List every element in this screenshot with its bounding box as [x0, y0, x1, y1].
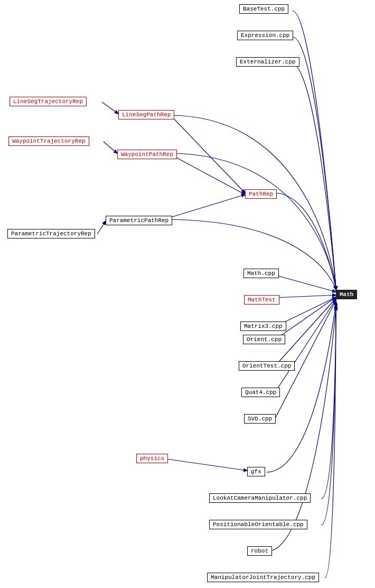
node-mathcpp: Math.cpp [243, 269, 279, 278]
node-mathtest: MathTest [244, 295, 279, 305]
node-parametricpathrep: ParametricPathRep [106, 216, 172, 225]
node-math: Math [336, 290, 357, 299]
node-matrix3: Matrix3.cpp [240, 321, 286, 331]
node-physics: physics [136, 454, 168, 463]
arrows-svg [0, 0, 375, 588]
node-linesegtrajectoryrep: LineSegTrajectoryRep [10, 97, 87, 106]
node-positionableorientable: PositionableOrientable.cpp [209, 520, 307, 529]
node-externalizer: Externalizer.cpp [236, 57, 299, 67]
node-basetest: BaseTest.cpp [239, 4, 288, 14]
node-orienttest: OrientTest.cpp [239, 361, 295, 371]
node-manipulatorjoint: ManipulatorJointTrajectory.cpp [207, 573, 319, 582]
node-quat4: Quat4.cpp [241, 388, 280, 397]
node-lookatcamera: LookAtCameraManipulator.cpp [209, 493, 311, 503]
node-orient: Orient.cpp [243, 335, 285, 344]
node-robot: robot [247, 546, 272, 556]
node-svd: SVD.cpp [244, 414, 276, 424]
node-expression: Expression.cpp [237, 31, 293, 40]
node-waypointtrajectoryrep: WaypointTrajectoryRep [8, 136, 89, 146]
diagram-container: BaseTest.cpp Expression.cpp Externalizer… [0, 0, 375, 588]
node-linesegpathrep: LineSegPathRep [118, 110, 174, 120]
node-gfx: gfx [247, 467, 265, 476]
node-pathrep: PathRep [245, 189, 277, 199]
node-waypointpathrep: WaypointPathRep [117, 150, 177, 159]
node-parametrictrajectoryrep: ParametricTrajectoryRep [7, 229, 95, 238]
